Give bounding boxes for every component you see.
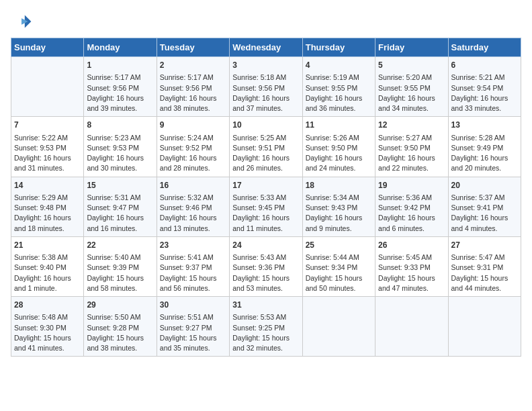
- calendar-cell: 2Sunrise: 5:17 AM Sunset: 9:56 PM Daylig…: [157, 57, 229, 117]
- day-info: Sunrise: 5:28 AM Sunset: 9:49 PM Dayligh…: [451, 133, 518, 174]
- calendar-week-row: 21Sunrise: 5:38 AM Sunset: 9:40 PM Dayli…: [11, 236, 521, 296]
- day-number: 26: [378, 240, 445, 251]
- weekday-header-saturday: Saturday: [448, 38, 521, 57]
- day-number: 20: [451, 180, 518, 191]
- day-info: Sunrise: 5:24 AM Sunset: 9:52 PM Dayligh…: [160, 133, 226, 174]
- calendar-cell: 1Sunrise: 5:17 AM Sunset: 9:56 PM Daylig…: [84, 57, 157, 117]
- day-info: Sunrise: 5:45 AM Sunset: 9:33 PM Dayligh…: [378, 253, 445, 293]
- calendar-table: SundayMondayTuesdayWednesdayThursdayFrid…: [11, 38, 521, 357]
- calendar-cell: 22Sunrise: 5:40 AM Sunset: 9:39 PM Dayli…: [84, 236, 157, 296]
- day-info: Sunrise: 5:32 AM Sunset: 9:46 PM Dayligh…: [160, 193, 226, 234]
- day-info: Sunrise: 5:34 AM Sunset: 9:43 PM Dayligh…: [306, 193, 372, 234]
- day-info: Sunrise: 5:53 AM Sunset: 9:25 PM Dayligh…: [232, 312, 299, 353]
- calendar-cell: 28Sunrise: 5:48 AM Sunset: 9:30 PM Dayli…: [11, 297, 84, 357]
- day-info: Sunrise: 5:26 AM Sunset: 9:50 PM Dayligh…: [306, 133, 372, 174]
- day-info: Sunrise: 5:38 AM Sunset: 9:40 PM Dayligh…: [14, 253, 81, 293]
- day-info: Sunrise: 5:22 AM Sunset: 9:53 PM Dayligh…: [14, 133, 81, 174]
- day-info: Sunrise: 5:29 AM Sunset: 9:48 PM Dayligh…: [14, 193, 81, 234]
- day-number: 18: [306, 180, 372, 191]
- day-info: Sunrise: 5:43 AM Sunset: 9:36 PM Dayligh…: [232, 253, 299, 293]
- day-info: Sunrise: 5:25 AM Sunset: 9:51 PM Dayligh…: [232, 133, 299, 174]
- calendar-header: SundayMondayTuesdayWednesdayThursdayFrid…: [11, 38, 521, 57]
- calendar-cell: 4Sunrise: 5:19 AM Sunset: 9:55 PM Daylig…: [302, 57, 375, 117]
- calendar-cell: 11Sunrise: 5:26 AM Sunset: 9:50 PM Dayli…: [302, 117, 375, 177]
- calendar-cell: 8Sunrise: 5:23 AM Sunset: 9:53 PM Daylig…: [84, 117, 157, 177]
- calendar-week-row: 1Sunrise: 5:17 AM Sunset: 9:56 PM Daylig…: [11, 57, 521, 117]
- day-number: 21: [14, 240, 81, 251]
- calendar-cell: 16Sunrise: 5:32 AM Sunset: 9:46 PM Dayli…: [157, 177, 229, 236]
- calendar-cell: 31Sunrise: 5:53 AM Sunset: 9:25 PM Dayli…: [230, 297, 302, 357]
- day-number: 5: [378, 60, 445, 71]
- calendar-cell: 18Sunrise: 5:34 AM Sunset: 9:43 PM Dayli…: [302, 177, 375, 236]
- calendar-week-row: 7Sunrise: 5:22 AM Sunset: 9:53 PM Daylig…: [11, 117, 521, 177]
- day-number: 15: [87, 180, 153, 191]
- day-number: 3: [232, 60, 299, 71]
- day-number: 14: [14, 180, 81, 191]
- calendar-body: 1Sunrise: 5:17 AM Sunset: 9:56 PM Daylig…: [11, 57, 521, 357]
- day-info: Sunrise: 5:21 AM Sunset: 9:54 PM Dayligh…: [451, 73, 518, 113]
- day-info: Sunrise: 5:36 AM Sunset: 9:42 PM Dayligh…: [378, 193, 445, 234]
- day-info: Sunrise: 5:41 AM Sunset: 9:37 PM Dayligh…: [160, 253, 226, 293]
- calendar-cell: 3Sunrise: 5:18 AM Sunset: 9:56 PM Daylig…: [230, 57, 302, 117]
- day-number: 7: [14, 120, 81, 131]
- calendar-cell: 20Sunrise: 5:37 AM Sunset: 9:41 PM Dayli…: [448, 177, 521, 236]
- day-info: Sunrise: 5:33 AM Sunset: 9:45 PM Dayligh…: [232, 193, 299, 234]
- day-info: Sunrise: 5:50 AM Sunset: 9:28 PM Dayligh…: [87, 312, 153, 353]
- calendar-cell: 23Sunrise: 5:41 AM Sunset: 9:37 PM Dayli…: [157, 236, 229, 296]
- day-number: 19: [378, 180, 445, 191]
- day-info: Sunrise: 5:18 AM Sunset: 9:56 PM Dayligh…: [232, 73, 299, 113]
- calendar-cell: 6Sunrise: 5:21 AM Sunset: 9:54 PM Daylig…: [448, 57, 521, 117]
- calendar-cell: 9Sunrise: 5:24 AM Sunset: 9:52 PM Daylig…: [157, 117, 229, 177]
- day-info: Sunrise: 5:51 AM Sunset: 9:27 PM Dayligh…: [160, 312, 226, 353]
- calendar-cell: 30Sunrise: 5:51 AM Sunset: 9:27 PM Dayli…: [157, 297, 229, 357]
- calendar-cell: 26Sunrise: 5:45 AM Sunset: 9:33 PM Dayli…: [375, 236, 448, 296]
- calendar-cell: 12Sunrise: 5:27 AM Sunset: 9:50 PM Dayli…: [375, 117, 448, 177]
- day-number: 16: [160, 180, 226, 191]
- day-number: 13: [451, 120, 518, 131]
- day-info: Sunrise: 5:27 AM Sunset: 9:50 PM Dayligh…: [378, 133, 445, 174]
- logo-icon: [11, 11, 32, 32]
- day-number: 30: [160, 300, 226, 311]
- calendar-cell: 27Sunrise: 5:47 AM Sunset: 9:31 PM Dayli…: [448, 236, 521, 296]
- calendar-cell: 24Sunrise: 5:43 AM Sunset: 9:36 PM Dayli…: [230, 236, 302, 296]
- day-number: 17: [232, 180, 299, 191]
- day-number: 4: [306, 60, 372, 71]
- day-info: Sunrise: 5:17 AM Sunset: 9:56 PM Dayligh…: [160, 73, 226, 113]
- weekday-header-row: SundayMondayTuesdayWednesdayThursdayFrid…: [11, 38, 521, 57]
- day-info: Sunrise: 5:40 AM Sunset: 9:39 PM Dayligh…: [87, 253, 153, 293]
- day-info: Sunrise: 5:48 AM Sunset: 9:30 PM Dayligh…: [14, 312, 81, 353]
- day-info: Sunrise: 5:19 AM Sunset: 9:55 PM Dayligh…: [306, 73, 372, 113]
- calendar-cell: 21Sunrise: 5:38 AM Sunset: 9:40 PM Dayli…: [11, 236, 84, 296]
- logo: [11, 11, 35, 32]
- calendar-cell: [11, 57, 84, 117]
- calendar-cell: [302, 297, 375, 357]
- day-number: 24: [232, 240, 299, 251]
- day-number: 12: [378, 120, 445, 131]
- day-number: 11: [306, 120, 372, 131]
- day-number: 29: [87, 300, 153, 311]
- calendar-cell: 13Sunrise: 5:28 AM Sunset: 9:49 PM Dayli…: [448, 117, 521, 177]
- day-info: Sunrise: 5:20 AM Sunset: 9:55 PM Dayligh…: [378, 73, 445, 113]
- calendar-cell: 7Sunrise: 5:22 AM Sunset: 9:53 PM Daylig…: [11, 117, 84, 177]
- weekday-header-monday: Monday: [84, 38, 157, 57]
- day-number: 27: [451, 240, 518, 251]
- day-number: 8: [87, 120, 153, 131]
- day-number: 1: [87, 60, 153, 71]
- calendar-cell: 10Sunrise: 5:25 AM Sunset: 9:51 PM Dayli…: [230, 117, 302, 177]
- day-info: Sunrise: 5:17 AM Sunset: 9:56 PM Dayligh…: [87, 73, 153, 113]
- calendar-cell: 15Sunrise: 5:31 AM Sunset: 9:47 PM Dayli…: [84, 177, 157, 236]
- weekday-header-sunday: Sunday: [11, 38, 84, 57]
- page-header: [11, 11, 521, 32]
- day-number: 23: [160, 240, 226, 251]
- day-info: Sunrise: 5:47 AM Sunset: 9:31 PM Dayligh…: [451, 253, 518, 293]
- calendar-cell: 29Sunrise: 5:50 AM Sunset: 9:28 PM Dayli…: [84, 297, 157, 357]
- calendar-cell: 14Sunrise: 5:29 AM Sunset: 9:48 PM Dayli…: [11, 177, 84, 236]
- day-info: Sunrise: 5:44 AM Sunset: 9:34 PM Dayligh…: [306, 253, 372, 293]
- day-info: Sunrise: 5:37 AM Sunset: 9:41 PM Dayligh…: [451, 193, 518, 234]
- weekday-header-tuesday: Tuesday: [157, 38, 229, 57]
- day-number: 10: [232, 120, 299, 131]
- day-info: Sunrise: 5:23 AM Sunset: 9:53 PM Dayligh…: [87, 133, 153, 174]
- calendar-cell: [375, 297, 448, 357]
- day-number: 6: [451, 60, 518, 71]
- calendar-week-row: 28Sunrise: 5:48 AM Sunset: 9:30 PM Dayli…: [11, 297, 521, 357]
